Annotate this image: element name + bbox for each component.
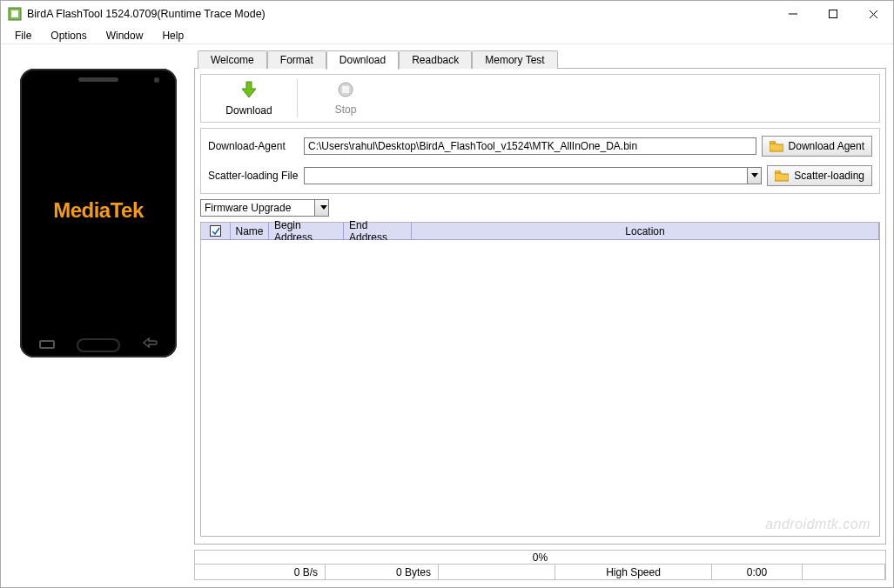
- status-bytes: 0 Bytes: [326, 565, 439, 579]
- svg-rect-8: [770, 141, 775, 144]
- progress-text: 0%: [533, 551, 548, 564]
- minimize-button[interactable]: [773, 1, 813, 27]
- chevron-down-icon: [747, 168, 761, 184]
- status-area: 0% 0 B/s 0 Bytes High Speed 0:00: [194, 550, 886, 580]
- phone-brand-label: MediaTek: [53, 198, 144, 223]
- window-controls: [773, 1, 893, 27]
- tab-welcome[interactable]: Welcome: [198, 50, 267, 69]
- menu-window[interactable]: Window: [97, 28, 152, 43]
- phone-menu-icon: [39, 340, 55, 349]
- file-fields-group: Download-Agent Download Agent Scatter-lo…: [200, 128, 880, 194]
- tab-memorytest[interactable]: Memory Test: [472, 50, 557, 69]
- stop-label: Stop: [335, 104, 357, 116]
- svg-rect-7: [342, 86, 349, 93]
- menu-help[interactable]: Help: [153, 28, 192, 43]
- menubar: File Options Window Help: [1, 27, 893, 44]
- da-label: Download-Agent: [208, 140, 299, 152]
- scatter-browse-button[interactable]: Scatter-loading: [767, 165, 872, 186]
- stop-button[interactable]: Stop: [298, 75, 393, 122]
- tabstrip: Welcome Format Download Readback Memory …: [194, 50, 886, 69]
- menu-file[interactable]: File: [6, 28, 40, 43]
- col-begin[interactable]: Begin Address: [269, 223, 344, 239]
- status-rate: 0 B/s: [195, 565, 326, 579]
- window-title: BirdA FlashTool 1524.0709(Runtime Trace …: [27, 8, 773, 20]
- col-name[interactable]: Name: [231, 223, 269, 239]
- status-speed: High Speed: [555, 565, 712, 579]
- phone-illustration: BM MediaTek: [20, 69, 177, 357]
- status-usb: [439, 565, 555, 579]
- status-time: 0:00: [712, 565, 803, 579]
- scatter-label: Scatter-loading File: [208, 170, 299, 182]
- titlebar: BirdA FlashTool 1524.0709(Runtime Trace …: [1, 1, 893, 27]
- app-icon: [8, 7, 22, 21]
- svg-rect-1: [11, 10, 18, 17]
- tab-panel: Download Stop Download-Agent: [194, 69, 886, 545]
- left-sidebar: BM MediaTek: [8, 50, 189, 580]
- da-browse-label: Download Agent: [789, 140, 864, 152]
- checkbox-checked-icon: [210, 225, 221, 237]
- stop-icon: [337, 81, 354, 101]
- scatter-browse-label: Scatter-loading: [794, 170, 864, 182]
- tab-readback[interactable]: Readback: [399, 50, 472, 69]
- download-arrow-icon: [239, 80, 259, 102]
- watermark-text: androidmtk.com: [765, 517, 870, 532]
- menu-options[interactable]: Options: [42, 28, 95, 43]
- app-window: BirdA FlashTool 1524.0709(Runtime Trace …: [0, 0, 894, 588]
- folder-icon: [775, 170, 789, 182]
- table-body: androidmtk.com: [201, 240, 879, 536]
- da-input[interactable]: [304, 137, 756, 155]
- mode-value: Firmware Upgrade: [201, 202, 291, 214]
- download-button[interactable]: Download: [201, 75, 297, 122]
- mode-combo[interactable]: Firmware Upgrade: [200, 199, 329, 217]
- svg-rect-9: [775, 170, 780, 173]
- col-location[interactable]: Location: [412, 223, 879, 239]
- phone-home-icon: [77, 338, 120, 352]
- da-browse-button[interactable]: Download Agent: [762, 136, 872, 157]
- col-end[interactable]: End Address: [344, 223, 412, 239]
- tab-format[interactable]: Format: [267, 50, 326, 69]
- folder-icon: [770, 141, 783, 152]
- status-row: 0 B/s 0 Bytes High Speed 0:00: [194, 565, 886, 580]
- col-checkbox[interactable]: [201, 223, 231, 239]
- toolbar: Download Stop: [200, 74, 880, 123]
- tab-download[interactable]: Download: [326, 50, 399, 70]
- close-button[interactable]: [853, 1, 893, 27]
- partition-table: Name Begin Address End Address Location …: [200, 222, 880, 537]
- svg-rect-3: [830, 10, 837, 18]
- chevron-down-icon: [314, 200, 328, 216]
- download-label: Download: [225, 104, 272, 117]
- progress-bar: 0%: [194, 550, 886, 565]
- phone-back-icon: [140, 337, 158, 349]
- scatter-combo[interactable]: [304, 167, 762, 184]
- main-pane: Welcome Format Download Readback Memory …: [194, 50, 886, 580]
- maximize-button[interactable]: [813, 1, 853, 27]
- table-header: Name Begin Address End Address Location: [201, 223, 879, 240]
- status-spare: [803, 565, 885, 579]
